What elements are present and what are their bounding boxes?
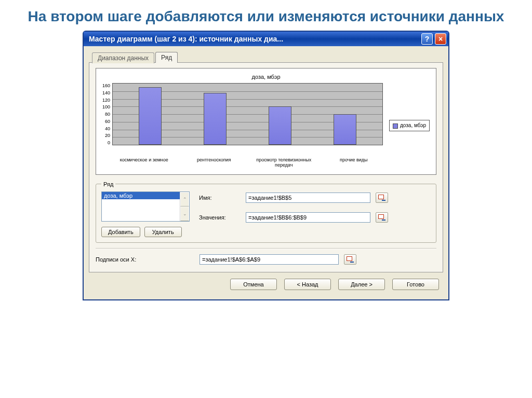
slide-title: На втором шаге добавляются или изменяютс… [0,0,532,31]
y-tick: 80 [105,112,110,117]
chart-bar [139,87,162,145]
divider [96,248,436,249]
name-input[interactable] [246,193,370,203]
remove-series-button[interactable]: Удалить [144,227,182,237]
x-tick-label: прочие виды [325,158,383,168]
add-series-button[interactable]: Добавить [101,227,140,237]
chart-bar [269,106,291,145]
values-input[interactable] [246,212,370,223]
dialog-window: Мастер диаграмм (шаг 2 из 4): источник д… [83,31,449,300]
finish-button[interactable]: Готово [392,279,439,290]
chart-legend: доза, мбэр [389,120,430,131]
series-item-selected[interactable]: доза, мбэр [102,192,180,199]
legend-swatch-icon [393,123,398,129]
window-title: Мастер диаграмм (шаг 2 из 4): источник д… [89,35,419,43]
dialog-body: Диапазон данных Ряд доза, мбэр 160 140 1… [84,46,448,299]
name-ref-button[interactable] [376,193,388,203]
series-fieldset: Ряд доза, мбэр ⌃ ⌄ [96,181,436,243]
chart-grid [112,83,383,145]
next-button[interactable]: Далее > [338,279,385,290]
chart-title: доза, мбэр [102,74,430,80]
close-button[interactable]: × [435,33,446,45]
tab-data-range[interactable]: Диапазон данных [92,52,154,63]
series-listbox[interactable]: доза, мбэр ⌃ ⌄ [101,191,190,222]
y-tick: 0 [108,140,110,145]
x-tick-label: космическое и земное [115,158,174,168]
values-label: Значения: [199,214,241,221]
series-scroll-up[interactable]: ⌃ [180,192,189,207]
help-button[interactable]: ? [421,33,433,45]
y-tick: 60 [105,119,110,124]
y-tick: 160 [102,83,110,88]
x-axis-labels-label: Подписи оси X: [96,256,194,263]
help-icon: ? [425,35,430,43]
chart-preview: доза, мбэр 160 140 120 100 80 60 40 [96,68,436,175]
tab-series[interactable]: Ряд [155,52,178,63]
back-button[interactable]: < Назад [284,279,331,290]
chart-bar [204,93,227,145]
values-ref-button[interactable] [376,212,388,223]
x-tick-label: рентгеноскопия [185,158,244,168]
range-select-icon [378,214,385,221]
y-tick: 100 [102,104,110,109]
chart-bar [334,114,356,145]
y-tick: 20 [105,133,110,138]
y-tick: 140 [102,90,110,95]
cancel-button[interactable]: Отмена [230,279,277,290]
y-tick: 120 [102,98,110,103]
x-tick-label: просмотр телевизионных передач [255,158,313,168]
x-axis-labels: космическое и земноерентгеноскопияпросмо… [102,158,383,168]
wizard-buttons: Отмена < Назад Далее > Готово [89,272,443,293]
series-scroll-down[interactable]: ⌄ [180,207,189,221]
close-icon: × [438,35,443,43]
tab-panel-series: доза, мбэр 160 140 120 100 80 60 40 [89,62,443,272]
tabs: Диапазон данных Ряд [89,50,443,63]
series-legend: Ряд [101,181,115,187]
titlebar: Мастер диаграмм (шаг 2 из 4): источник д… [84,32,448,46]
range-select-icon [347,256,354,263]
x-axis-labels-input[interactable] [200,254,339,265]
range-select-icon [378,195,385,201]
x-axis-ref-button[interactable] [344,254,356,265]
y-tick: 40 [105,126,110,131]
name-label: Имя: [199,195,241,201]
legend-label: доза, мбэр [400,122,426,128]
y-axis: 160 140 120 100 80 60 40 20 0 [102,83,112,145]
